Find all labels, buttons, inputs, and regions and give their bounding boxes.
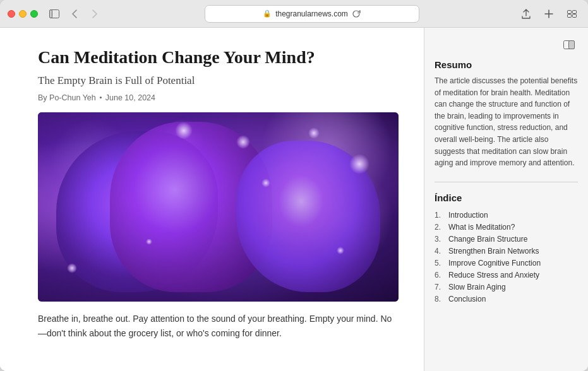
brain-visual bbox=[38, 112, 399, 302]
byline-separator bbox=[100, 97, 102, 98]
address-bar[interactable]: 🔒 thegranularnews.com bbox=[205, 5, 419, 23]
toc-item-number: 6. bbox=[435, 271, 446, 280]
toc-item-label[interactable]: Introduction bbox=[448, 211, 488, 220]
toc-item-label[interactable]: Change Brain Structure bbox=[448, 235, 527, 244]
toc-item[interactable]: 5.Improve Cognitive Function bbox=[435, 257, 578, 269]
summary-section: Resumo The article discusses the potenti… bbox=[435, 59, 578, 169]
toc-item-label[interactable]: Strengthen Brain Networks bbox=[448, 247, 539, 256]
toc-item-label[interactable]: Improve Cognitive Function bbox=[448, 259, 541, 268]
tab-overview-button[interactable] bbox=[563, 7, 580, 21]
lock-icon: 🔒 bbox=[263, 9, 272, 18]
toc-list: 1.Introduction2.What is Meditation?3.Cha… bbox=[435, 209, 578, 305]
article-date: June 10, 2024 bbox=[105, 93, 155, 102]
orb-8 bbox=[146, 238, 152, 245]
toc-item-number: 1. bbox=[435, 211, 446, 220]
refresh-icon[interactable] bbox=[352, 9, 361, 18]
svg-rect-4 bbox=[567, 14, 571, 17]
article-area[interactable]: Can Meditation Change Your Mind? The Emp… bbox=[0, 28, 424, 371]
toc-item[interactable]: 8.Conclusion bbox=[435, 293, 578, 305]
reader-view-toggle[interactable] bbox=[560, 38, 578, 52]
toc-title: Índice bbox=[435, 192, 578, 203]
toc-item-number: 3. bbox=[435, 235, 446, 244]
toc-section: Índice 1.Introduction2.What is Meditatio… bbox=[435, 192, 578, 305]
orb-1 bbox=[236, 135, 250, 149]
svg-rect-7 bbox=[569, 41, 575, 49]
back-button[interactable] bbox=[66, 7, 83, 21]
toc-item[interactable]: 2.What is Meditation? bbox=[435, 221, 578, 233]
orb-2 bbox=[308, 127, 320, 139]
orb-7 bbox=[67, 263, 77, 273]
share-button[interactable] bbox=[517, 7, 535, 21]
svg-rect-5 bbox=[572, 14, 576, 17]
close-button[interactable] bbox=[8, 10, 15, 18]
reader-panel: Resumo The article discusses the potenti… bbox=[424, 28, 588, 371]
title-bar: 🔒 thegranularnews.com bbox=[0, 0, 588, 28]
article-body-text: Breathe in, breathe out. Pay attention t… bbox=[38, 312, 399, 341]
svg-rect-2 bbox=[567, 10, 571, 13]
toc-item-number: 7. bbox=[435, 283, 446, 292]
svg-rect-3 bbox=[572, 10, 576, 13]
browser-window: 🔒 thegranularnews.com bbox=[0, 0, 588, 371]
traffic-lights bbox=[8, 10, 38, 18]
orb-3 bbox=[175, 122, 193, 139]
orb-5 bbox=[349, 154, 369, 174]
address-bar-container: 🔒 thegranularnews.com bbox=[111, 5, 512, 23]
toc-item[interactable]: 3.Change Brain Structure bbox=[435, 233, 578, 245]
article-subtitle: The Empty Brain is Full of Potential bbox=[38, 74, 399, 87]
minimize-button[interactable] bbox=[19, 10, 27, 18]
maximize-button[interactable] bbox=[30, 10, 38, 18]
summary-title: Resumo bbox=[435, 59, 578, 70]
sidebar-toggle-button[interactable] bbox=[45, 7, 63, 21]
forward-button[interactable] bbox=[86, 7, 104, 21]
toc-item-number: 5. bbox=[435, 259, 446, 268]
toc-item[interactable]: 7.Slow Brain Aging bbox=[435, 281, 578, 293]
nav-buttons bbox=[45, 7, 104, 21]
svg-rect-1 bbox=[50, 9, 52, 18]
orb-4 bbox=[261, 179, 270, 187]
article-byline: By Po-Chun Yeh June 10, 2024 bbox=[38, 93, 399, 102]
toc-item[interactable]: 4.Strengthen Brain Networks bbox=[435, 245, 578, 257]
toolbar-right bbox=[517, 7, 580, 21]
toc-item-number: 4. bbox=[435, 247, 446, 256]
orb-6 bbox=[337, 247, 344, 254]
article-hero-image bbox=[38, 112, 399, 302]
article-author: By Po-Chun Yeh bbox=[38, 93, 96, 102]
article-body: Breathe in, breathe out. Pay attention t… bbox=[38, 312, 399, 341]
toc-item[interactable]: 1.Introduction bbox=[435, 209, 578, 221]
new-tab-button[interactable] bbox=[540, 7, 558, 21]
toc-item[interactable]: 6.Reduce Stress and Anxiety bbox=[435, 269, 578, 281]
toc-item-label[interactable]: Reduce Stress and Anxiety bbox=[448, 271, 539, 280]
url-text: thegranularnews.com bbox=[275, 9, 348, 18]
panel-divider bbox=[435, 182, 578, 182]
browser-content: Can Meditation Change Your Mind? The Emp… bbox=[0, 28, 588, 371]
summary-text: The article discusses the potential bene… bbox=[435, 75, 578, 169]
toc-item-label[interactable]: Conclusion bbox=[448, 295, 486, 303]
toc-item-number: 2. bbox=[435, 223, 446, 232]
article-title: Can Meditation Change Your Mind? bbox=[38, 47, 399, 68]
toc-item-label[interactable]: What is Meditation? bbox=[448, 223, 515, 232]
toc-item-label[interactable]: Slow Brain Aging bbox=[448, 283, 506, 292]
toc-item-number: 8. bbox=[435, 295, 446, 303]
